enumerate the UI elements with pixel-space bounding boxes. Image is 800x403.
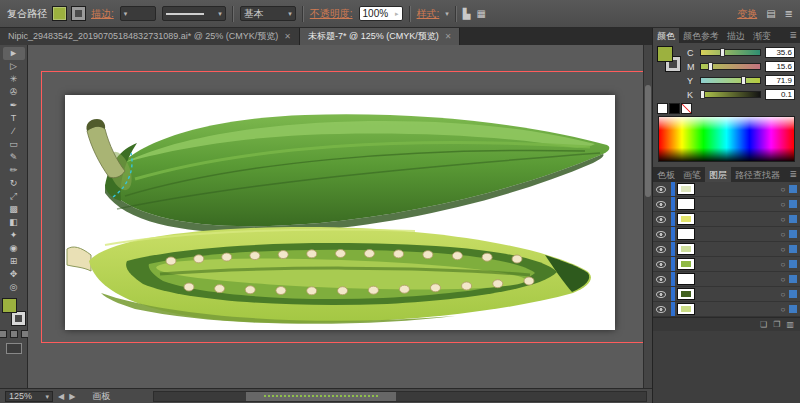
next-artboard-button[interactable]: ▶ [69,392,75,401]
none-swatch[interactable] [682,104,691,113]
target-circle-icon[interactable]: ○ [777,200,789,209]
screen-mode-button[interactable] [6,343,22,354]
panel-tab[interactable]: 描边 [723,28,749,43]
layer-row[interactable]: ○ [653,242,800,257]
panel-tab[interactable]: 色板 [653,167,679,182]
stroke-color-control[interactable] [72,7,85,20]
direct-selection-tool[interactable]: ▷ [3,60,25,73]
eyedropper-tool[interactable]: ✦ [3,229,25,242]
visibility-toggle[interactable] [653,186,669,193]
channel-value-field[interactable]: 35.6 [765,47,795,58]
channel-value-field[interactable]: 71.9 [765,75,795,86]
panel-tab[interactable]: 渐变 [749,28,775,43]
blend-tool[interactable]: ◉ [3,242,25,255]
paintbrush-tool[interactable]: ✎ [3,151,25,164]
panel-tab[interactable]: 颜色 [653,28,679,43]
channel-slider[interactable] [700,49,761,56]
tab-close-icon[interactable]: ✕ [284,32,291,41]
width-profile-dropdown[interactable]: ▾ [162,6,226,21]
channel-value-field[interactable]: 0.1 [765,89,795,100]
layer-row[interactable]: ○ [653,197,800,212]
target-circle-icon[interactable]: ○ [777,290,789,299]
layer-row[interactable]: ○ [653,272,800,287]
target-circle-icon[interactable]: ○ [777,260,789,269]
magic-wand-tool[interactable]: ✳ [3,73,25,86]
artboard-tool[interactable]: ⊞ [3,255,25,268]
stroke-panel-link[interactable]: 描边: [91,7,114,21]
layer-row[interactable]: ○ [653,302,800,317]
layer-row[interactable]: ○ [653,257,800,272]
visibility-toggle[interactable] [653,246,669,253]
layer-row[interactable]: ○ [653,287,800,302]
horizontal-scrollbar[interactable] [153,391,647,402]
type-tool[interactable]: T [3,112,25,125]
stroke-weight-dropdown[interactable]: ▾ [120,6,156,21]
canvas-area[interactable] [28,45,652,388]
target-circle-icon[interactable]: ○ [777,185,789,194]
fill-proxy-swatch[interactable] [658,47,672,61]
pen-tool[interactable]: ✒ [3,99,25,112]
prev-artboard-button[interactable]: ◀ [58,392,64,401]
black-swatch[interactable] [670,104,679,113]
transform-link[interactable]: 变换 [737,7,757,21]
tab-close-icon[interactable]: ✕ [445,32,452,41]
document-tab[interactable]: Nipic_29483542_20190705184832731089.ai* … [0,28,300,45]
scale-tool[interactable]: ⤢ [3,190,25,203]
color-mode-button[interactable] [0,330,7,338]
panel-menu-icon[interactable]: ≣ [786,167,800,182]
panel-menu-icon[interactable]: ≣ [786,28,800,43]
channel-value-field[interactable]: 15.6 [765,61,795,72]
hand-tool[interactable]: ✥ [3,268,25,281]
horizontal-scrollbar-thumb[interactable] [246,392,396,401]
line-tool[interactable]: ∕ [3,125,25,138]
gradient-mode-button[interactable] [10,330,18,338]
panel-tab[interactable]: 路径查找器 [731,167,784,182]
vertical-scrollbar-thumb[interactable] [645,85,651,197]
rotate-tool[interactable]: ↻ [3,177,25,190]
workspace-icon[interactable]: ▤ [766,8,775,19]
zoom-tool[interactable]: ◎ [3,281,25,294]
target-circle-icon[interactable]: ○ [777,230,789,239]
opacity-field[interactable]: 100%▸ [359,6,403,21]
target-circle-icon[interactable]: ○ [777,305,789,314]
align-icon[interactable]: ▙ [463,8,471,19]
lasso-tool[interactable]: ✇ [3,86,25,99]
layer-row[interactable]: ○ [653,212,800,227]
panel-tab[interactable]: 图层 [705,167,731,182]
slider-thumb[interactable] [741,76,746,85]
target-circle-icon[interactable]: ○ [777,275,789,284]
artboard[interactable] [65,95,615,330]
fill-color-control[interactable] [53,7,66,20]
stroke-swatch[interactable] [12,312,25,325]
panel-tab[interactable]: 颜色参考 [679,28,723,43]
target-circle-icon[interactable]: ○ [777,245,789,254]
vertical-scrollbar[interactable] [643,45,652,388]
slider-thumb[interactable] [720,48,725,57]
opacity-link[interactable]: 不透明度: [310,7,353,21]
style-link[interactable]: 样式: [417,7,440,21]
layers-footer-icon[interactable]: ▥ [786,320,794,329]
gradient-tool[interactable]: ◧ [3,216,25,229]
visibility-toggle[interactable] [653,216,669,223]
visibility-toggle[interactable] [653,231,669,238]
visibility-toggle[interactable] [653,291,669,298]
layers-footer-icon[interactable]: ❐ [773,320,780,329]
visibility-toggle[interactable] [653,306,669,313]
transform-grid-icon[interactable]: ▦ [477,8,486,19]
rectangle-tool[interactable]: ▭ [3,138,25,151]
pencil-tool[interactable]: ✏ [3,164,25,177]
visibility-toggle[interactable] [653,201,669,208]
visibility-toggle[interactable] [653,276,669,283]
slider-thumb[interactable] [700,90,705,99]
mesh-tool[interactable]: ▩ [3,203,25,216]
white-swatch[interactable] [658,104,667,113]
zoom-level-dropdown[interactable]: 125% ▾ [5,391,53,402]
color-spectrum[interactable] [658,116,795,162]
channel-slider[interactable] [700,91,761,98]
channel-slider[interactable] [700,77,761,84]
visibility-toggle[interactable] [653,261,669,268]
layer-row[interactable]: ○ [653,227,800,242]
layer-row[interactable]: ○ [653,182,800,197]
selection-tool[interactable]: ► [3,47,25,60]
channel-slider[interactable] [700,63,761,70]
